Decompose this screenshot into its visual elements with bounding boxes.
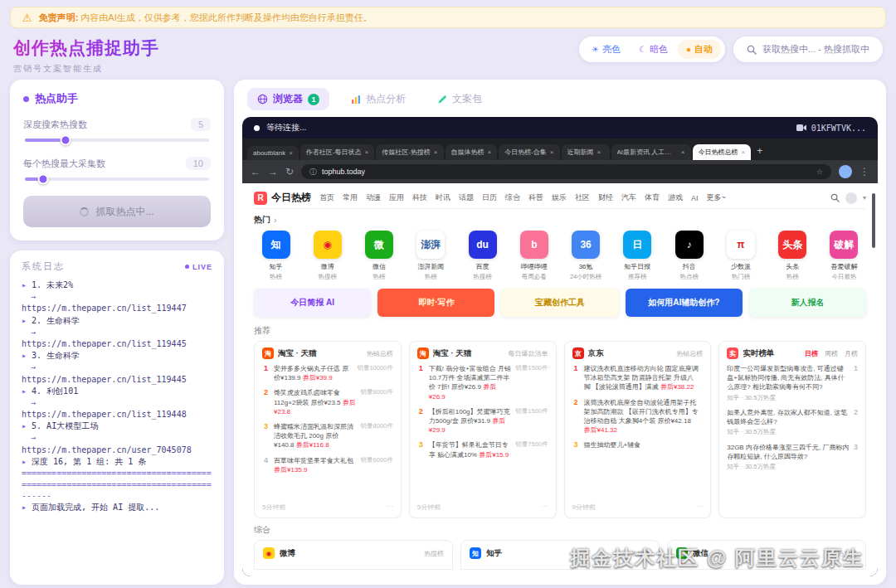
hot-app[interactable]: 日 知乎日报 推荐榜	[616, 231, 660, 281]
chrome-tab[interactable]: 今日热榜-合集 ×	[499, 144, 559, 160]
chrome-tab[interactable]: 传媒社区-热搜榜 ×	[376, 144, 443, 160]
site-nav-link[interactable]: 应用	[389, 192, 404, 203]
site-nav-link[interactable]: 体育	[645, 192, 660, 203]
hot-app[interactable]: 知 知乎 热榜	[254, 231, 298, 281]
chrome-tab[interactable]: 作者社区-每日状态 ×	[300, 144, 374, 160]
chrome-tab[interactable]: 今日热榜总榜 ×	[693, 144, 752, 160]
hot-app[interactable]: 头条 头条 热榜	[771, 231, 815, 281]
product-item[interactable]: 4 百草味年货坚果零食大礼包 券后¥135.9 销量6000件	[262, 456, 393, 474]
product-item[interactable]: 1 下截! 翡分妆+富妆组合 月销10.7万件 全场满减第二件半价 7折! 原价…	[417, 364, 548, 401]
theme-auto-button[interactable]: ●自动	[678, 40, 721, 59]
site-nav-link[interactable]: 常用	[343, 192, 358, 203]
forward-icon[interactable]: →	[268, 166, 278, 177]
site-info-icon[interactable]: ⓘ	[309, 167, 317, 177]
site-nav-link[interactable]: 更多~	[707, 192, 726, 203]
promo-banner[interactable]: 新人报名	[749, 289, 866, 317]
tab-copywriting[interactable]: 文案包	[427, 88, 492, 110]
site-nav-link[interactable]: 综合	[505, 192, 520, 203]
product-item[interactable]: 3 猫生抽幼婴儿+辅食	[572, 440, 704, 450]
site-nav-link[interactable]: 动漫	[366, 192, 381, 203]
grab-hotspot-button[interactable]: 抓取热点中...	[23, 196, 211, 227]
site-nav-link[interactable]: 社区	[575, 192, 590, 203]
tab-close-icon[interactable]: ×	[365, 148, 369, 156]
site-search-icon[interactable]	[830, 193, 840, 202]
board-header[interactable]: 微 微信 24h热文榜	[667, 540, 866, 570]
more-icon[interactable]: ···	[542, 503, 548, 512]
product-item[interactable]: 3 蜂蜜糯米洁面乳温和深层清洁收敛毛孔 200g 原价¥140.8 券后¥116…	[262, 422, 393, 450]
back-icon[interactable]: ←	[251, 166, 261, 177]
hot-app[interactable]: 微 微信 热榜	[358, 231, 402, 281]
product-item[interactable]: 2 【拆后租100g】梵蜜琳巧克力500g/盒 原价¥31.9 券后¥29.9 …	[417, 407, 548, 435]
tab-close-icon[interactable]: ×	[488, 148, 492, 156]
refresh-icon[interactable]: ↻	[285, 166, 294, 177]
board-header[interactable]: 知 知乎 热搜榜	[460, 540, 660, 570]
site-nav-link[interactable]: 日历	[482, 192, 497, 203]
promo-banner[interactable]: 如何用AI辅助创作?	[626, 289, 743, 317]
site-nav-link[interactable]: 科技	[412, 192, 427, 203]
depth-slider-thumb[interactable]	[60, 135, 71, 146]
tab-close-icon[interactable]: ×	[434, 148, 438, 156]
product-item[interactable]: 1 安井多多火锅丸子任选 原价¥139.9 券后¥39.9 销量10000件	[262, 364, 393, 382]
board-header[interactable]: ◉ 微博 热搜榜	[254, 540, 453, 570]
address-bar[interactable]: ⓘ tophub.today ☆	[301, 164, 831, 179]
scrollbar[interactable]	[872, 193, 875, 248]
hot-app[interactable]: 破解 吾爱破解 今日最热	[822, 231, 866, 281]
product-item[interactable]: 2 馋笑虎皮鸡爪卤味零食 112g×2袋装 原价¥23.5 券后¥23.8 销量…	[262, 388, 393, 416]
tab-weekly[interactable]: 周榜	[825, 349, 838, 358]
tab-close-icon[interactable]: ×	[681, 148, 685, 156]
site-nav-link[interactable]: 财经	[598, 192, 613, 203]
tab-daily[interactable]: 日榜	[805, 349, 818, 358]
hot-app[interactable]: du 百度 热搜榜	[460, 231, 504, 281]
product-item[interactable]: 3 【年货节】鲜果礼盒节日专享 贴心满减10% 券后¥15.9 销量7500件	[417, 440, 548, 459]
depth-slider[interactable]	[25, 138, 209, 142]
tab-monthly[interactable]: 月榜	[845, 349, 858, 358]
more-icon[interactable]: ···	[696, 503, 703, 512]
theme-light-button[interactable]: ☀亮色	[583, 40, 629, 59]
hot-app[interactable]: π 少数派 热门榜	[718, 231, 762, 281]
site-nav-link[interactable]: AI	[691, 194, 699, 202]
site-nav-link[interactable]: 时讯	[436, 192, 450, 203]
promo-banner[interactable]: 宝藏创作工具	[501, 289, 618, 317]
tab-analysis[interactable]: 热点分析	[341, 88, 416, 110]
promo-banner[interactable]: 即时·写作	[377, 289, 494, 317]
site-avatar[interactable]	[845, 192, 857, 204]
collect-slider[interactable]	[25, 177, 209, 181]
collect-slider-thumb[interactable]	[38, 174, 49, 185]
promo-banner[interactable]: 今日简报 AI	[254, 289, 371, 317]
chrome-tab[interactable]: aboutblank ×	[247, 146, 299, 160]
chrome-tab[interactable]: 自媒体热榜 ×	[446, 144, 498, 160]
product-item[interactable]: 2 滚筒洗衣机底座全自动波轮通用架子托架加高防潮款 【嵌开门洗衣机专用】专治移动…	[572, 398, 704, 435]
chrome-tab[interactable]: 近期新闻 ×	[562, 144, 610, 160]
site-nav-link[interactable]: 娱乐	[552, 192, 567, 203]
site-nav-link[interactable]: 话题	[459, 192, 474, 203]
site-nav-link[interactable]: 汽车	[621, 192, 636, 203]
tab-close-icon[interactable]: ×	[597, 148, 601, 156]
theme-dark-button[interactable]: ☾暗色	[631, 40, 676, 59]
hot-app[interactable]: ◉ 微博 热搜榜	[305, 231, 349, 281]
hot-app[interactable]: 36 36氪 24小时热榜	[564, 231, 608, 281]
chevron-down-icon[interactable]: ▾	[863, 194, 866, 202]
tab-close-icon[interactable]: ×	[550, 148, 554, 156]
site-logo[interactable]: R 今日热榜	[254, 191, 311, 205]
menu-icon[interactable]: ⋮	[859, 166, 869, 177]
chevron-right-icon[interactable]: ›	[274, 216, 276, 225]
hot-question-item[interactable]: 32GB 内存价格暴涨至三四千元, 厂商称内存颗粒短缺, 什么原因导致?知乎 ·…	[727, 443, 858, 472]
hot-question-item[interactable]: 如果人意外离世, 存款家人都不知道, 这笔钱最终会怎么样?知乎 · 30.5万热…	[727, 408, 858, 437]
log-output[interactable]: 1. 未来2%→https://m.thepaper.cn/list_11944…	[22, 279, 212, 575]
site-nav-link[interactable]: 游戏	[668, 192, 683, 203]
site-nav-link[interactable]: 首页	[319, 192, 334, 203]
chrome-tab[interactable]: AI最新资讯 人工智能资讯 ×	[611, 144, 691, 160]
product-item[interactable]: 1 建议洗衣机直连移动方向轮 固定底座调节冰箱垫高支架 防震静音托架 升级八脚 …	[572, 364, 704, 392]
hot-question-item[interactable]: 印度一公司爆发新型病毒攻击, 可通过键盘+鼠标协同传播, 尚无有效防法, 具体什…	[727, 364, 858, 402]
new-tab-button[interactable]: +	[751, 145, 768, 160]
more-icon[interactable]: ···	[387, 503, 393, 512]
site-nav-link[interactable]: 科普	[528, 192, 543, 203]
tab-browser[interactable]: 浏览器 1	[247, 88, 329, 110]
tab-close-icon[interactable]: ×	[742, 148, 746, 156]
tab-close-icon[interactable]: ×	[289, 149, 293, 157]
profile-avatar[interactable]	[839, 165, 852, 178]
bookmark-star-icon[interactable]: ☆	[816, 168, 823, 176]
hot-app[interactable]: b 哔哩哔哩 每周必看	[512, 231, 556, 281]
hot-app[interactable]: 澎湃 澎湃新闻 热榜	[409, 231, 453, 281]
hot-app[interactable]: ♪ 抖音 热点榜	[667, 231, 711, 281]
